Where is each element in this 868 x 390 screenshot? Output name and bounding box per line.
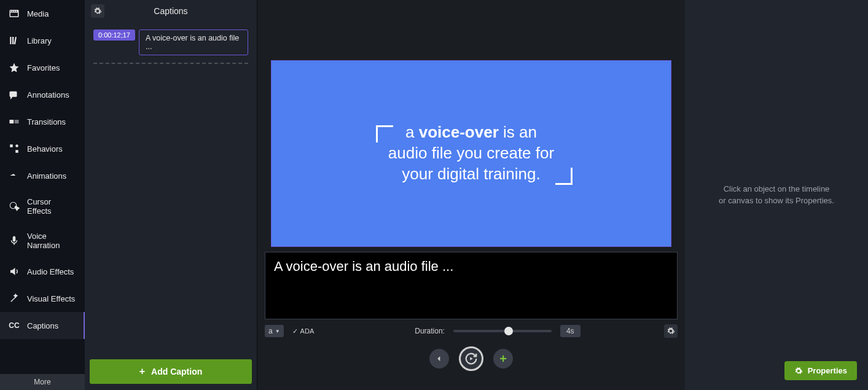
svg-rect-1 — [10, 37, 11, 44]
svg-rect-3 — [14, 37, 17, 44]
microphone-icon — [9, 235, 20, 246]
sidebar-item-voice-narration[interactable]: Voice Narration — [0, 224, 85, 258]
cc-icon: CC — [9, 320, 20, 331]
svg-point-9 — [15, 144, 18, 147]
previous-caption-button[interactable] — [429, 349, 449, 369]
sidebar-item-animations[interactable]: Animations — [0, 162, 85, 189]
sidebar-item-label: Voice Narration — [27, 232, 76, 250]
caption-item[interactable]: 0:00:12;17 A voice-over is an audio file… — [93, 29, 248, 55]
wand-icon — [9, 293, 20, 304]
sidebar-more[interactable]: More — [0, 374, 85, 390]
transitions-icon — [9, 116, 20, 127]
ada-label: ADA — [300, 327, 315, 335]
sidebar-item-visual-effects[interactable]: Visual Effects — [0, 285, 85, 312]
chevron-down-icon: ▼ — [275, 329, 280, 334]
svg-rect-11 — [13, 236, 16, 242]
sidebar-item-media[interactable]: Media — [0, 0, 85, 27]
svg-rect-4 — [10, 92, 17, 97]
caption-editor-controls: a ▼ ✓ ADA Duration: 4s — [265, 319, 678, 343]
caption-font-dropdown[interactable]: a ▼ — [265, 325, 284, 337]
add-caption-label: Add Caption — [151, 367, 202, 376]
preview-area: a voice-over is an audio file you create… — [257, 0, 685, 390]
svg-rect-7 — [10, 144, 13, 147]
sidebar-item-captions[interactable]: CC Captions — [0, 312, 85, 339]
canvas-text-fragment: is an — [499, 123, 537, 141]
caption-editor-settings-button[interactable] — [664, 324, 678, 338]
svg-rect-5 — [10, 120, 14, 123]
sidebar-item-library[interactable]: Library — [0, 27, 85, 54]
add-caption-button[interactable]: + Add Caption — [90, 359, 252, 384]
canvas-text-bold: voice-over — [419, 123, 499, 141]
svg-rect-6 — [15, 120, 19, 123]
duration-slider[interactable] — [453, 330, 552, 332]
animations-icon — [9, 170, 20, 181]
gear-icon — [667, 327, 675, 335]
caption-text-editor[interactable]: A voice-over is an audio file ... — [265, 252, 678, 319]
svg-rect-8 — [15, 150, 18, 153]
bracket-bottom-right — [555, 168, 573, 185]
sidebar-item-favorites[interactable]: Favorites — [0, 54, 85, 81]
speaker-icon — [9, 266, 20, 277]
gear-icon — [794, 367, 803, 375]
add-caption-inline-button[interactable]: + — [493, 349, 513, 369]
sidebar-item-cursor-effects[interactable]: Cursor Effects — [0, 189, 85, 224]
arrow-left-icon — [434, 354, 444, 364]
loop-play-button[interactable] — [459, 346, 483, 371]
star-icon — [9, 62, 20, 73]
sidebar-item-label: Media — [27, 9, 49, 18]
playback-controls: + — [429, 346, 513, 371]
canvas-text-fragment: a — [405, 123, 419, 141]
sidebar-item-audio-effects[interactable]: Audio Effects — [0, 258, 85, 285]
canvas-text: a voice-over is an audio file you create… — [388, 122, 554, 184]
properties-button-label: Properties — [808, 366, 847, 375]
sidebar-item-label: Cursor Effects — [27, 197, 76, 216]
sidebar-item-transitions[interactable]: Transitions — [0, 108, 85, 135]
canvas[interactable]: a voice-over is an audio file you create… — [271, 60, 671, 247]
sidebar-item-label: Annotations — [27, 90, 69, 99]
sidebar-item-label: Audio Effects — [27, 267, 74, 276]
canvas-text-line: audio file you create for — [388, 144, 554, 162]
gear-icon — [93, 7, 102, 15]
caption-preview-text: A voice-over is an audio file ... — [139, 29, 248, 55]
properties-hint: Click an object on the timeline or canva… — [719, 184, 834, 206]
behaviors-icon — [9, 143, 20, 154]
sidebar-item-label: Favorites — [27, 63, 60, 72]
canvas-text-line: your digital training. — [402, 165, 540, 183]
caption-insertion-marker — [93, 63, 248, 64]
sidebar-item-label: Visual Effects — [27, 294, 75, 303]
ada-compliance-toggle[interactable]: ✓ ADA — [292, 327, 315, 335]
bracket-top-left — [376, 125, 393, 142]
plus-icon: + — [499, 352, 507, 366]
svg-rect-2 — [12, 37, 14, 44]
media-icon — [9, 8, 20, 19]
library-icon — [9, 35, 20, 46]
properties-button[interactable]: Properties — [784, 361, 857, 380]
tool-sidebar: Media Library Favorites Annotations Tran… — [0, 0, 85, 390]
captions-header: Captions — [85, 0, 257, 22]
cursor-icon — [9, 201, 20, 212]
slider-thumb[interactable] — [504, 327, 513, 335]
hint-line: or canvas to show its Properties. — [719, 196, 834, 205]
sidebar-item-label: Library — [27, 36, 52, 45]
captions-settings-button[interactable] — [91, 4, 104, 18]
check-icon: ✓ — [292, 327, 298, 335]
plus-icon: + — [139, 366, 145, 377]
captions-title: Captions — [85, 6, 257, 16]
properties-panel: Click an object on the timeline or canva… — [685, 0, 868, 390]
font-glyph: a — [268, 327, 273, 335]
duration-label: Duration: — [415, 327, 445, 335]
loop-play-icon — [464, 352, 478, 365]
annotations-icon — [9, 89, 20, 100]
sidebar-item-behaviors[interactable]: Behaviors — [0, 135, 85, 162]
sidebar-item-annotations[interactable]: Annotations — [0, 81, 85, 108]
sidebar-item-label: Animations — [27, 171, 66, 181]
hint-line: Click an object on the timeline — [724, 184, 830, 193]
sidebar-item-label: Behaviors — [27, 144, 63, 154]
duration-value[interactable]: 4s — [560, 325, 581, 337]
captions-list: 0:00:12;17 A voice-over is an audio file… — [85, 22, 257, 359]
sidebar-item-label: Transitions — [27, 117, 66, 127]
sidebar-item-label: Captions — [27, 321, 58, 330]
caption-timestamp: 0:00:12;17 — [93, 29, 135, 41]
captions-panel: Captions 0:00:12;17 A voice-over is an a… — [85, 0, 257, 390]
